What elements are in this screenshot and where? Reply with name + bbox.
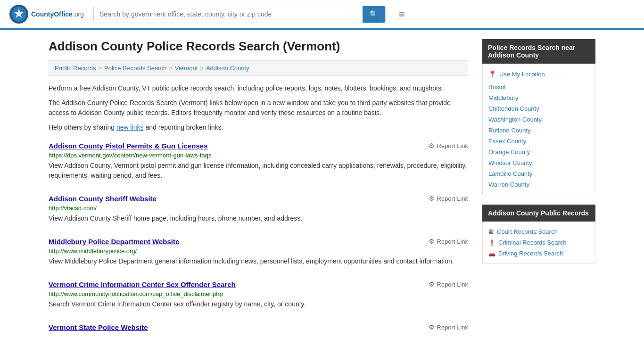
breadcrumb: Public Records > Police Records Search >…	[49, 60, 468, 76]
report-link-5[interactable]: ⚙ Report Link	[429, 323, 468, 331]
report-icon: ⚙	[429, 323, 435, 331]
record-title[interactable]: Vermont Crime Information Center Sex Off…	[49, 280, 236, 288]
record-url[interactable]: http://www.communitynotification.com/cap…	[49, 290, 468, 297]
record-entry: Middlebury Police Department Website ⚙ R…	[49, 238, 468, 271]
sidebar-link-chittenden[interactable]: Chittenden County	[488, 103, 589, 114]
record-desc: View Addison County Sheriff home page, i…	[49, 214, 468, 223]
report-icon: ⚙	[429, 238, 435, 245]
search-button[interactable]: 🔍	[363, 6, 385, 23]
nearby-section: Police Records Search near Addison Count…	[482, 39, 595, 195]
logo-text: CountyOffice.org	[31, 10, 84, 18]
criminal-icon: ❗	[488, 239, 495, 246]
sidebar-link-middlebury[interactable]: Middlebury	[488, 92, 589, 103]
record-entry: Vermont Crime Information Center Sex Off…	[49, 280, 468, 314]
report-link-1[interactable]: ⚙ Report Link	[429, 142, 468, 149]
use-location-link[interactable]: 📍 Use My Location	[488, 68, 589, 80]
breadcrumb-vermont[interactable]: Vermont	[175, 65, 198, 72]
record-desc: View Middlebury Police Department genera…	[49, 256, 468, 266]
records-list: Addison County Pistol Permits & Gun Lice…	[49, 142, 468, 338]
public-records-section-title: Addison County Public Records	[482, 205, 595, 222]
record-title[interactable]: Addison County Pistol Permits & Gun Lice…	[49, 142, 208, 150]
nearby-section-title: Police Records Search near Addison Count…	[482, 39, 595, 64]
nearby-section-content: 📍 Use My Location Bristol Middlebury Chi…	[482, 64, 595, 195]
report-link-3[interactable]: ⚙ Report Link	[429, 238, 468, 245]
description-3: Help others by sharing new links and rep…	[49, 123, 468, 132]
search-input[interactable]	[94, 6, 363, 23]
menu-icon: ≡	[399, 8, 405, 20]
driving-icon: 🚗	[488, 250, 495, 257]
report-icon: ⚙	[429, 280, 435, 288]
record-url[interactable]: https://dps.vermont.gov/content/new-verm…	[49, 152, 468, 159]
sidebar-link-bristol[interactable]: Bristol	[488, 82, 589, 92]
record-url[interactable]: http://www.middleburypolice.org/	[49, 247, 468, 255]
record-entry: Addison County Pistol Permits & Gun Lice…	[49, 142, 468, 185]
record-title[interactable]: Addison County Sheriff Website	[49, 195, 157, 203]
public-records-section: Addison County Public Records 🏛 Court Re…	[482, 205, 595, 264]
logo[interactable]: CountyOffice.org	[9, 5, 84, 24]
record-entry: Vermont State Police Website ⚙ Report Li…	[49, 323, 468, 338]
report-icon: ⚙	[429, 142, 435, 149]
report-link-4[interactable]: ⚙ Report Link	[429, 280, 468, 288]
sidebar-link-lamoille[interactable]: Lamoille County	[488, 168, 589, 179]
sidebar-link-criminal-records[interactable]: ❗ Criminal Records Search	[488, 237, 589, 248]
location-pin-icon: 📍	[488, 70, 496, 78]
report-icon: ⚙	[429, 195, 435, 202]
record-entry: Addison County Sheriff Website ⚙ Report …	[49, 195, 468, 228]
record-title[interactable]: Middlebury Police Department Website	[49, 238, 179, 246]
record-desc: Search Vermont Crime Information Center …	[49, 299, 468, 309]
logo-icon	[9, 5, 28, 24]
description-1: Perform a free Addison County, VT public…	[49, 83, 468, 93]
search-icon: 🔍	[369, 10, 379, 18]
page-title: Addison County Police Records Search (Ve…	[49, 39, 468, 54]
sidebar: Police Records Search near Addison Count…	[482, 39, 595, 347]
search-container: 🔍	[93, 6, 386, 23]
sidebar-link-orange[interactable]: Orange County	[488, 147, 589, 157]
sidebar-link-court-records[interactable]: 🏛 Court Records Search	[488, 226, 589, 237]
record-title[interactable]: Vermont State Police Website	[49, 323, 148, 331]
breadcrumb-addison-county[interactable]: Addison County	[206, 65, 249, 72]
new-links-link[interactable]: new links	[116, 123, 144, 131]
sidebar-link-essex[interactable]: Essex County	[488, 136, 589, 147]
breadcrumb-public-records[interactable]: Public Records	[55, 65, 96, 72]
description-2: The Addison County Police Records Search…	[49, 98, 468, 118]
sidebar-link-driving-records[interactable]: 🚗 Driving Records Search	[488, 248, 589, 259]
breadcrumb-police-records[interactable]: Police Records Search	[104, 65, 166, 72]
record-desc: View Addison County, Vermont pistol perm…	[49, 161, 468, 181]
sidebar-link-windsor[interactable]: Windsor County	[488, 157, 589, 168]
sidebar-link-rutland[interactable]: Rutland County	[488, 125, 589, 136]
sidebar-link-warren[interactable]: Warren County	[488, 179, 589, 190]
court-icon: 🏛	[488, 229, 494, 235]
public-records-section-content: 🏛 Court Records Search ❗ Criminal Record…	[482, 222, 595, 264]
record-url[interactable]: http://vtacsd.com/	[49, 205, 468, 212]
menu-button[interactable]: ≡	[395, 6, 409, 22]
sidebar-link-washington[interactable]: Washington County	[488, 114, 589, 125]
report-link-2[interactable]: ⚙ Report Link	[429, 195, 468, 202]
